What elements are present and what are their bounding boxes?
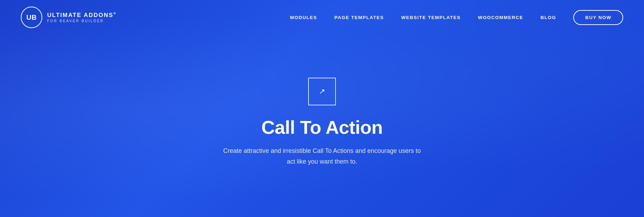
- nav-woocommerce[interactable]: WOOCOMMERCE: [478, 15, 523, 20]
- logo-circle: UB: [21, 7, 42, 28]
- main-nav: MODULES PAGE TEMPLATES WEBSITE TEMPLATES…: [290, 10, 623, 25]
- buy-now-button[interactable]: BUY NOW: [573, 10, 623, 25]
- hero-section: ↗ Call To Action Create attractive and i…: [0, 35, 644, 217]
- logo-initials: UB: [26, 14, 37, 21]
- cta-icon-box: ↗: [308, 78, 336, 105]
- nav-website-templates[interactable]: WEBSITE TEMPLATES: [401, 15, 461, 20]
- nav-modules[interactable]: MODULES: [290, 15, 317, 20]
- arrow-up-right-icon: ↗: [319, 88, 325, 95]
- nav-blog[interactable]: BLOG: [540, 15, 556, 20]
- logo-subtitle: FOR BEAVER BUILDER: [47, 19, 116, 23]
- logo-title: ULTIMATE ADDONS®: [47, 12, 116, 19]
- header: UB ULTIMATE ADDONS® FOR BEAVER BUILDER M…: [0, 0, 644, 35]
- logo-text: ULTIMATE ADDONS® FOR BEAVER BUILDER: [47, 12, 116, 23]
- page-wrapper: UB ULTIMATE ADDONS® FOR BEAVER BUILDER M…: [0, 0, 644, 217]
- hero-title: Call To Action: [261, 116, 383, 138]
- hero-subtitle: Create attractive and irresistible Call …: [223, 146, 421, 167]
- logo[interactable]: UB ULTIMATE ADDONS® FOR BEAVER BUILDER: [21, 7, 116, 28]
- nav-page-templates[interactable]: PAGE TEMPLATES: [334, 15, 384, 20]
